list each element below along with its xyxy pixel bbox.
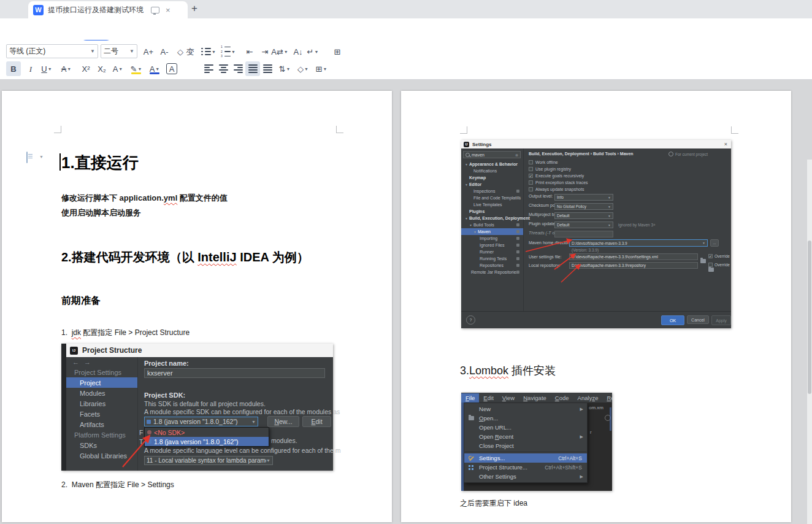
doc-heading-1[interactable]: 1.直接运行 bbox=[59, 152, 139, 174]
settings-field-1: Checksum policy:No Global Policy▼ bbox=[529, 203, 728, 210]
ide-menu-navigate: Navigate bbox=[519, 393, 551, 403]
dropdown-option: <No SDK> bbox=[145, 428, 269, 437]
intellij-logo-icon: IJ bbox=[464, 142, 469, 147]
project-structure-screenshot[interactable]: IJ Project Structure ← → Project Setting… bbox=[61, 344, 333, 471]
phonetic-guide-icon[interactable]: 变 bbox=[183, 44, 197, 59]
settings-checkbox-4: Always update snapshots bbox=[529, 186, 588, 193]
margin-mark bbox=[54, 126, 61, 133]
browse-button: ... bbox=[710, 239, 719, 247]
ps-sidebar-item-3: Libraries bbox=[66, 398, 137, 409]
file-menu-item-0: New▶ bbox=[464, 404, 587, 414]
justify-icon[interactable] bbox=[245, 61, 260, 76]
subscript-icon[interactable]: X₂ bbox=[94, 61, 109, 76]
ps-sidebar-item-0: Project Settings bbox=[66, 367, 137, 377]
character-border-icon[interactable]: A bbox=[166, 63, 177, 74]
settings-checkbox-3: Print exception stack traces bbox=[529, 179, 588, 186]
tab-close-icon[interactable]: × bbox=[166, 6, 170, 15]
language-level-combo: 11 - Local variable syntax for lambda pa… bbox=[144, 456, 273, 465]
doc-paragraph[interactable]: 之后需要重启下 idea bbox=[460, 498, 527, 509]
text-effects-icon[interactable]: A▼ bbox=[110, 61, 125, 76]
tab-preview-icon[interactable] bbox=[151, 7, 159, 13]
doc-heading-lombok[interactable]: 3.Lombok 插件安装 bbox=[460, 363, 556, 378]
settings-badge-icon bbox=[516, 230, 519, 233]
doc-paragraph[interactable]: 使用启动脚本启动服务 bbox=[61, 207, 141, 218]
file-menu-screenshot[interactable]: FileEditViewNavigateCodeAnalyzeRefac om.… bbox=[461, 393, 612, 491]
strikethrough-icon[interactable]: A▼ bbox=[59, 61, 74, 76]
structure-icon bbox=[469, 465, 473, 470]
highlight-color-icon[interactable]: ✎▼ bbox=[129, 61, 144, 76]
align-center-icon[interactable] bbox=[216, 61, 231, 76]
file-menu-item-6: Settings...Ctrl+Alt+S bbox=[464, 453, 587, 463]
field-label: Local repository: bbox=[529, 263, 560, 268]
document-tab[interactable]: W 提币接口运行及搭建测试环境 × bbox=[28, 1, 188, 18]
margin-mark bbox=[460, 126, 467, 134]
border-settings-icon[interactable]: ⊞▼ bbox=[314, 61, 329, 76]
page-2[interactable]: IJ Settings × maven ⊗ ▼Appearance & Beha… bbox=[401, 91, 791, 522]
forward-icon: → bbox=[84, 358, 91, 366]
file-menu-item-4: Close Project bbox=[464, 441, 587, 450]
sdk-description: A module specific SDK can be configured … bbox=[144, 408, 340, 415]
doc-paragraph[interactable]: 修改运行脚本下 application.yml 配置文件的值 bbox=[61, 193, 228, 204]
field-label: Project name: bbox=[144, 360, 189, 367]
new-tab-button[interactable]: + bbox=[191, 2, 197, 15]
align-right-icon[interactable] bbox=[231, 61, 245, 76]
scrollbar-thumb[interactable] bbox=[808, 241, 811, 394]
distribute-icon[interactable] bbox=[260, 61, 275, 76]
doc-heading-2[interactable]: 2.搭建代码开发环境（以 IntelliJ IDEA 为例） bbox=[61, 249, 309, 266]
underline-icon[interactable]: U▼ bbox=[39, 61, 54, 76]
bullet-list-icon[interactable]: ▼ bbox=[201, 44, 216, 59]
asian-layout-icon[interactable]: A⇄▼ bbox=[272, 44, 287, 59]
ide-menu-file: File bbox=[461, 393, 479, 403]
maven-settings-screenshot[interactable]: IJ Settings × maven ⊗ ▼Appearance & Beha… bbox=[461, 140, 731, 328]
settings-tree-item-13: Runner bbox=[461, 249, 523, 255]
font-name-combo[interactable]: 等线 (正文)▼ bbox=[6, 44, 98, 58]
back-icon: ← bbox=[72, 358, 79, 366]
numbered-list-icon[interactable]: 123▼ bbox=[221, 44, 236, 59]
decrease-indent-icon[interactable]: ⇤ bbox=[242, 44, 257, 59]
file-menu-item-2: Open URL... bbox=[464, 423, 587, 432]
sort-icon[interactable]: A↓ bbox=[291, 44, 305, 59]
settings-search-input: maven ⊗ bbox=[463, 151, 521, 158]
settings-field-2: Multiproject build fail policy:Default▼ bbox=[529, 212, 728, 219]
shading-icon[interactable]: ◇▼ bbox=[296, 61, 310, 76]
settings-tree-item-9: ▼Build Tools bbox=[461, 222, 523, 228]
doc-heading-3[interactable]: 前期准备 bbox=[61, 295, 101, 307]
help-icon: ? bbox=[466, 315, 475, 325]
settings-checkbox-0: Work offline bbox=[529, 159, 588, 166]
italic-icon[interactable]: I bbox=[23, 61, 38, 76]
font-color-icon[interactable]: A▼ bbox=[147, 61, 162, 76]
line-spacing-icon[interactable]: ⇅▼ bbox=[277, 61, 292, 76]
increase-indent-icon[interactable]: ⇥ bbox=[258, 44, 272, 59]
paragraph-layout-icon[interactable]: ▼ bbox=[26, 152, 39, 163]
page-grid-icon[interactable]: ⊞ bbox=[330, 44, 345, 59]
scope-note: For current project bbox=[668, 152, 708, 156]
font-size-combo[interactable]: 二号▼ bbox=[101, 44, 137, 58]
settings-tree-item-11: Importing bbox=[461, 235, 523, 242]
settings-field-3: Plugin update policy:Default▼ignored by … bbox=[529, 222, 728, 228]
bold-icon[interactable]: B bbox=[6, 61, 21, 76]
no-sdk-icon bbox=[147, 430, 151, 434]
doc-list-item[interactable]: 2. Maven 配置指定 File > Settings bbox=[61, 480, 174, 490]
align-left-icon[interactable] bbox=[201, 61, 216, 76]
decrease-font-size-icon[interactable]: A- bbox=[157, 44, 172, 59]
ide-menu-edit: Edit bbox=[479, 393, 497, 403]
settings-tree-item-1: Notifications bbox=[461, 168, 523, 174]
superscript-icon[interactable]: X² bbox=[79, 61, 93, 76]
ps-sidebar-item-8: Global Libraries bbox=[66, 450, 137, 461]
ps-sidebar-item-5: Artifacts bbox=[66, 419, 137, 430]
dialog-title-bar: IJ Project Structure bbox=[66, 344, 333, 357]
ps-sidebar-item-2: Modules bbox=[66, 388, 137, 398]
increase-font-size-icon[interactable]: A+ bbox=[141, 44, 156, 59]
sdk-combo: 1.8 (java version "1.8.0_162")▼ bbox=[144, 417, 258, 426]
clear-search-icon: ⊗ bbox=[515, 153, 518, 157]
settings-field-4: Threads (-T option) bbox=[529, 231, 728, 237]
paragraph-mark-icon[interactable]: ↵▼ bbox=[305, 44, 320, 59]
search-icon bbox=[465, 153, 470, 157]
page-1[interactable]: ▼ 1.直接运行 修改运行脚本下 application.yml 配置文件的值 … bbox=[2, 91, 392, 522]
maven-home-combo: D:/devsoft/apache-maven-3.3.9▼ bbox=[569, 239, 708, 247]
settings-badge-icon bbox=[516, 244, 519, 247]
doc-list-item[interactable]: 1. jdk 配置指定 File > Project Structure bbox=[61, 328, 190, 338]
settings-sidebar: maven ⊗ ▼Appearance & BehaviorNotificati… bbox=[461, 148, 524, 311]
file-menu-item-1: Open... bbox=[464, 414, 587, 423]
settings-badge-icon bbox=[516, 237, 519, 240]
